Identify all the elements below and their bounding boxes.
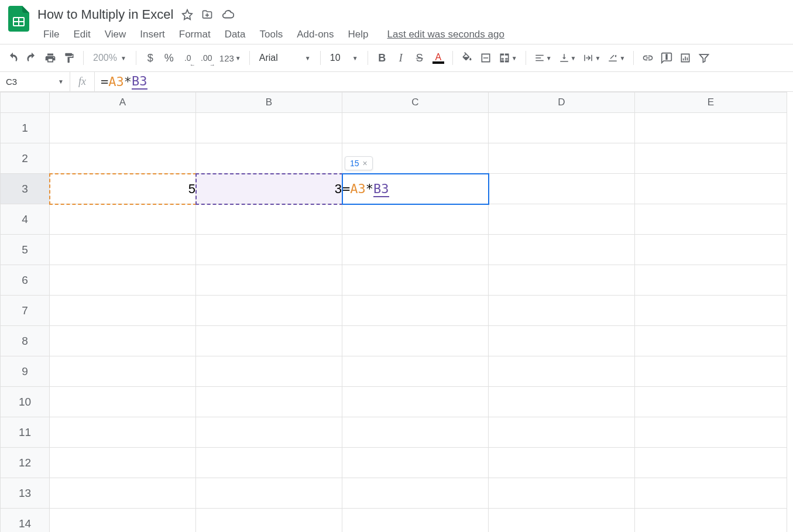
- cell-e6[interactable]: [635, 265, 787, 296]
- chevron-down-icon[interactable]: ▼: [58, 78, 64, 85]
- row-header-6[interactable]: 6: [1, 265, 50, 296]
- spreadsheet-grid[interactable]: A B C D E 1 2 3 5 3 15 × =A3*B3 4 5 6 7 …: [0, 92, 793, 532]
- font-size-select[interactable]: 10▼: [327, 49, 362, 67]
- cell-b1[interactable]: [196, 113, 342, 143]
- cell-a2[interactable]: [50, 143, 196, 174]
- cell-c6[interactable]: [342, 265, 489, 296]
- cell-e14[interactable]: [635, 509, 787, 533]
- cell-d6[interactable]: [489, 265, 635, 296]
- wrap-button[interactable]: ▼: [581, 49, 603, 67]
- menu-help[interactable]: Help: [342, 26, 375, 43]
- redo-icon[interactable]: [23, 49, 40, 67]
- cell-e8[interactable]: [635, 326, 787, 356]
- cell-e2[interactable]: [635, 143, 787, 174]
- cell-d8[interactable]: [489, 326, 635, 356]
- cell-c9[interactable]: [342, 356, 489, 387]
- cell-d11[interactable]: [489, 417, 635, 448]
- currency-button[interactable]: $: [142, 49, 159, 67]
- borders-icon[interactable]: [478, 49, 494, 67]
- cell-a7[interactable]: [50, 296, 196, 326]
- cloud-icon[interactable]: [221, 8, 234, 21]
- cell-d3[interactable]: [489, 174, 635, 204]
- cell-d10[interactable]: [489, 387, 635, 417]
- menu-addons[interactable]: Add-ons: [291, 26, 339, 43]
- cell-e10[interactable]: [635, 387, 787, 417]
- cell-a9[interactable]: [50, 356, 196, 387]
- cell-e9[interactable]: [635, 356, 787, 387]
- undo-icon[interactable]: [5, 49, 21, 67]
- name-box[interactable]: C3 ▼: [0, 72, 70, 91]
- decrease-decimal-icon[interactable]: .0←: [180, 49, 196, 67]
- comment-icon[interactable]: [658, 49, 675, 67]
- cell-b7[interactable]: [196, 296, 342, 326]
- cell-c11[interactable]: [342, 417, 489, 448]
- cell-a3[interactable]: 5: [50, 174, 196, 204]
- cell-b14[interactable]: [196, 509, 342, 533]
- halign-button[interactable]: ▼: [532, 49, 554, 67]
- increase-decimal-icon[interactable]: .00→: [198, 49, 215, 67]
- cell-e4[interactable]: [635, 204, 787, 235]
- sheets-logo[interactable]: [7, 7, 30, 30]
- cell-e7[interactable]: [635, 296, 787, 326]
- col-header-e[interactable]: E: [635, 92, 787, 113]
- cell-b13[interactable]: [196, 478, 342, 509]
- star-icon[interactable]: [181, 9, 193, 20]
- row-header-10[interactable]: 10: [1, 387, 50, 417]
- cell-e1[interactable]: [635, 113, 787, 143]
- row-header-11[interactable]: 11: [1, 417, 50, 448]
- percent-button[interactable]: %: [161, 49, 177, 67]
- menu-file[interactable]: File: [37, 26, 65, 43]
- valign-button[interactable]: ▼: [557, 49, 579, 67]
- cell-a8[interactable]: [50, 326, 196, 356]
- row-header-5[interactable]: 5: [1, 235, 50, 265]
- menu-insert[interactable]: Insert: [134, 26, 171, 43]
- move-icon[interactable]: [201, 9, 213, 20]
- cell-c14[interactable]: [342, 509, 489, 533]
- text-color-button[interactable]: A: [430, 49, 447, 67]
- merge-cells-button[interactable]: ▼: [496, 49, 520, 67]
- col-header-d[interactable]: D: [489, 92, 635, 113]
- cell-c4[interactable]: [342, 204, 489, 235]
- col-header-c[interactable]: C: [342, 92, 489, 113]
- cell-a11[interactable]: [50, 417, 196, 448]
- cell-d1[interactable]: [489, 113, 635, 143]
- cell-e3[interactable]: [635, 174, 787, 204]
- formula-input[interactable]: =A3*B3: [95, 72, 793, 91]
- row-header-1[interactable]: 1: [1, 113, 50, 143]
- strikethrough-button[interactable]: S: [411, 49, 428, 67]
- row-header-12[interactable]: 12: [1, 448, 50, 478]
- menu-edit[interactable]: Edit: [67, 26, 96, 43]
- cell-b3[interactable]: 3: [196, 174, 342, 204]
- cell-b9[interactable]: [196, 356, 342, 387]
- cell-c10[interactable]: [342, 387, 489, 417]
- row-header-9[interactable]: 9: [1, 356, 50, 387]
- row-header-14[interactable]: 14: [1, 509, 50, 533]
- cell-d12[interactable]: [489, 448, 635, 478]
- cell-b10[interactable]: [196, 387, 342, 417]
- row-header-8[interactable]: 8: [1, 326, 50, 356]
- cell-e11[interactable]: [635, 417, 787, 448]
- last-edit-link[interactable]: Last edit was seconds ago: [387, 29, 504, 40]
- chart-icon[interactable]: [677, 49, 694, 67]
- cell-c5[interactable]: [342, 235, 489, 265]
- cell-b5[interactable]: [196, 235, 342, 265]
- fill-color-icon[interactable]: [459, 49, 475, 67]
- cell-a4[interactable]: [50, 204, 196, 235]
- cell-c7[interactable]: [342, 296, 489, 326]
- italic-button[interactable]: I: [393, 49, 409, 67]
- font-select[interactable]: Arial▼: [256, 49, 314, 67]
- cell-b11[interactable]: [196, 417, 342, 448]
- cell-c8[interactable]: [342, 326, 489, 356]
- menu-view[interactable]: View: [99, 26, 132, 43]
- cell-a13[interactable]: [50, 478, 196, 509]
- cell-d2[interactable]: [489, 143, 635, 174]
- menu-data[interactable]: Data: [219, 26, 252, 43]
- row-header-3[interactable]: 3: [1, 174, 50, 204]
- filter-icon[interactable]: [696, 49, 712, 67]
- row-header-7[interactable]: 7: [1, 296, 50, 326]
- cell-d14[interactable]: [489, 509, 635, 533]
- cell-d13[interactable]: [489, 478, 635, 509]
- row-header-4[interactable]: 4: [1, 204, 50, 235]
- cell-a1[interactable]: [50, 113, 196, 143]
- cell-a14[interactable]: [50, 509, 196, 533]
